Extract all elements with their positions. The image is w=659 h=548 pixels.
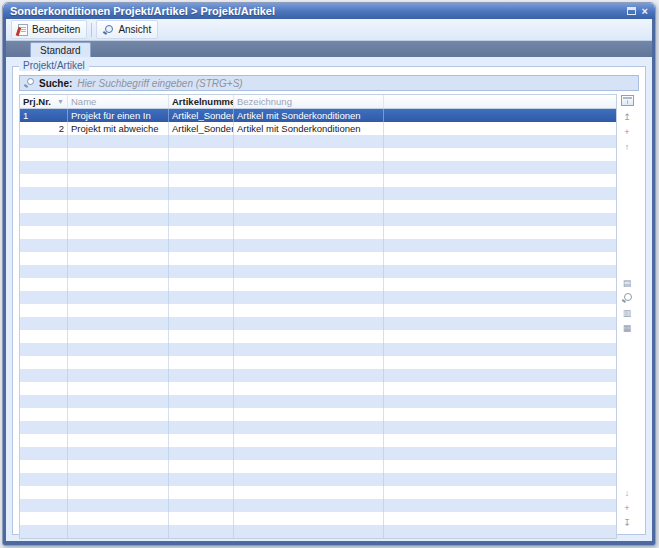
grid: Prj.Nr.▼NameArtikelnummerBezeichnung1Pro… <box>19 94 617 539</box>
tab-standard[interactable]: Standard <box>30 42 91 57</box>
column-header-bezeichnung[interactable]: Bezeichnung <box>234 95 384 108</box>
cell-artikelnummer <box>169 200 234 213</box>
cell-name <box>68 447 169 460</box>
cell-name <box>68 356 169 369</box>
table-row-empty[interactable] <box>20 265 616 278</box>
window-titlebar[interactable]: Sonderkonditionen Projekt/Artikel > Proj… <box>3 3 655 19</box>
table-row-empty[interactable] <box>20 343 616 356</box>
cell-bezeichnung <box>234 148 384 161</box>
cell-bezeichnung <box>234 421 384 434</box>
table-row[interactable]: 2Projekt mit abweicheArtikel_Sonderkondi… <box>20 122 616 135</box>
table-row-empty[interactable] <box>20 304 616 317</box>
table-row-empty[interactable] <box>20 434 616 447</box>
add-row-icon[interactable]: + <box>619 124 635 139</box>
cell-prjnr <box>20 512 68 525</box>
row-down-icon[interactable]: ↓ <box>619 485 635 500</box>
cell-filler <box>384 369 616 382</box>
cell-prjnr <box>20 226 68 239</box>
table-row-empty[interactable] <box>20 499 616 512</box>
table-row-empty[interactable] <box>20 200 616 213</box>
table-row-empty[interactable] <box>20 213 616 226</box>
table-row-empty[interactable] <box>20 382 616 395</box>
cell-name <box>68 304 169 317</box>
table-row-empty[interactable] <box>20 148 616 161</box>
cell-artikelnummer <box>169 317 234 330</box>
table-row-empty[interactable] <box>20 473 616 486</box>
ansicht-label: Ansicht <box>118 24 151 35</box>
cell-name <box>68 525 169 538</box>
row-up-icon[interactable]: ↑ <box>619 139 635 154</box>
table-row-empty[interactable] <box>20 291 616 304</box>
cell-artikelnummer <box>169 252 234 265</box>
table-row-empty[interactable] <box>20 239 616 252</box>
search-icon <box>24 78 34 88</box>
column-chooser-icon[interactable] <box>621 95 634 106</box>
print-icon[interactable]: ▤ <box>619 276 635 291</box>
cell-bezeichnung <box>234 213 384 226</box>
table-row-empty[interactable] <box>20 187 616 200</box>
cell-filler <box>384 291 616 304</box>
table-row-empty[interactable] <box>20 460 616 473</box>
column-header-artikelnummer[interactable]: Artikelnummer <box>169 95 234 108</box>
column-header-prjnr[interactable]: Prj.Nr.▼ <box>20 95 68 108</box>
table-row-empty[interactable] <box>20 161 616 174</box>
toolbar-separator <box>91 23 92 37</box>
cell-bezeichnung <box>234 460 384 473</box>
export-icon[interactable]: ▥ <box>619 306 635 321</box>
table-row-empty[interactable] <box>20 226 616 239</box>
layout-icon[interactable]: ▦ <box>619 321 635 336</box>
cell-prjnr <box>20 317 68 330</box>
cell-artikelnummer <box>169 447 234 460</box>
ansicht-button[interactable]: Ansicht <box>96 20 158 39</box>
sort-indicator-icon: ▼ <box>55 98 64 105</box>
add-row-bottom-icon[interactable]: + <box>619 500 635 515</box>
cell-prjnr: 2 <box>20 122 68 135</box>
cell-prjnr <box>20 421 68 434</box>
cell-bezeichnung <box>234 330 384 343</box>
table-row-empty[interactable] <box>20 330 616 343</box>
zoom-icon[interactable] <box>619 291 635 306</box>
cell-filler <box>384 447 616 460</box>
table-row-empty[interactable] <box>20 486 616 499</box>
table-row-empty[interactable] <box>20 421 616 434</box>
cell-name <box>68 200 169 213</box>
search-bar[interactable]: Suche: Hier Suchbegriff eingeben (STRG+S… <box>19 75 639 91</box>
cell-artikelnummer <box>169 486 234 499</box>
table-row-empty[interactable] <box>20 174 616 187</box>
scroll-top-icon[interactable]: ↥ <box>619 109 635 124</box>
table-row-empty[interactable] <box>20 369 616 382</box>
cell-filler <box>384 278 616 291</box>
bearbeiten-button[interactable]: Bearbeiten <box>11 20 87 39</box>
table-row-empty[interactable] <box>20 252 616 265</box>
cell-name <box>68 486 169 499</box>
cell-artikelnummer <box>169 239 234 252</box>
table-row-empty[interactable] <box>20 395 616 408</box>
cell-prjnr <box>20 486 68 499</box>
cell-prjnr <box>20 239 68 252</box>
cell-prjnr <box>20 278 68 291</box>
table-row-empty[interactable] <box>20 447 616 460</box>
table-row-empty[interactable] <box>20 356 616 369</box>
column-header-name[interactable]: Name <box>68 95 169 108</box>
table-row-empty[interactable] <box>20 525 616 538</box>
cell-filler <box>384 330 616 343</box>
scroll-bottom-icon[interactable]: ↧ <box>619 515 635 530</box>
table-row-empty[interactable] <box>20 317 616 330</box>
cell-bezeichnung <box>234 278 384 291</box>
restore-icon[interactable] <box>627 7 636 15</box>
table-row-empty[interactable] <box>20 135 616 148</box>
column-header-filler[interactable] <box>384 95 616 108</box>
cell-name <box>68 317 169 330</box>
cell-artikelnummer <box>169 148 234 161</box>
table-row[interactable]: 1Projekt für einen InArtikel_Sonderkondi… <box>20 109 616 122</box>
cell-prjnr <box>20 252 68 265</box>
table-row-empty[interactable] <box>20 512 616 525</box>
table-row-empty[interactable] <box>20 278 616 291</box>
close-icon[interactable]: × <box>642 6 648 16</box>
cell-name <box>68 187 169 200</box>
table-row-empty[interactable] <box>20 408 616 421</box>
cell-filler <box>384 356 616 369</box>
cell-bezeichnung <box>234 252 384 265</box>
projekt-artikel-groupbox: Projekt/Artikel Suche: Hier Suchbegriff … <box>12 66 646 535</box>
cell-artikelnummer <box>169 135 234 148</box>
